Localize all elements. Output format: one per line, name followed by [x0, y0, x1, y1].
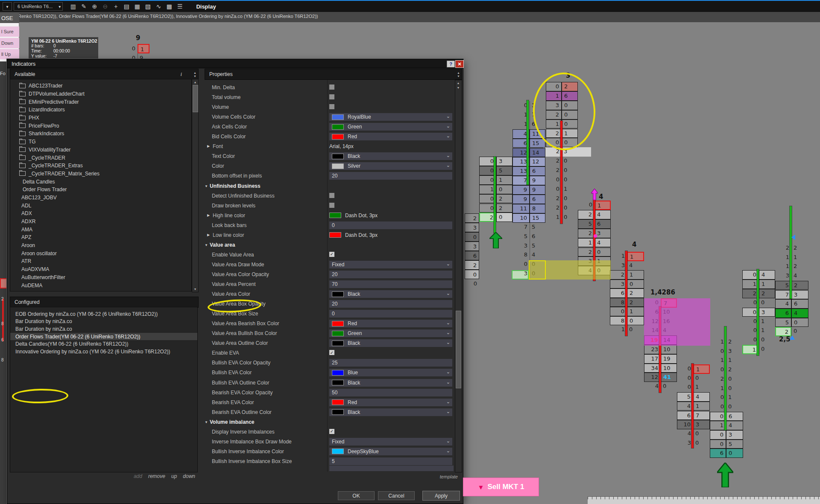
data-panel-icon[interactable]: ▦ [133, 2, 141, 11]
property-checkbox[interactable]: ✓ [329, 429, 334, 434]
property-color-select[interactable]: RoyalBlue [329, 113, 452, 121]
property-color-select[interactable]: Blue [329, 369, 452, 376]
property-select[interactable]: Fixed [329, 261, 452, 268]
chart-bars-icon[interactable]: ▥ [69, 2, 77, 11]
property-color-select[interactable]: Black [329, 152, 452, 160]
dialog-title-bar[interactable]: Indicators [7, 59, 463, 68]
expand-arrow-icon[interactable]: ▶ [207, 144, 210, 148]
ok-button[interactable]: OK [338, 491, 375, 500]
property-field[interactable]: 20 [329, 172, 452, 180]
available-item[interactable]: SharkIndicators [10, 130, 191, 138]
help-button[interactable]: ? [447, 61, 455, 67]
available-spinner[interactable]: ▲▼ [193, 71, 196, 78]
scroll-up-icon[interactable]: ▲ [193, 80, 198, 84]
property-field[interactable]: 0 [329, 310, 452, 318]
scroll-down-icon[interactable]: ▼ [193, 287, 198, 291]
page-preview-icon[interactable]: ▤ [122, 2, 131, 11]
available-item[interactable]: EMiniPredictiveTrader [10, 98, 191, 106]
available-item[interactable]: Order Flows Trader [10, 186, 191, 194]
property-field[interactable]: 5 [329, 457, 452, 465]
zoom-in-icon[interactable]: ⊕ [90, 2, 99, 11]
available-item[interactable]: Delta Candles [10, 178, 191, 186]
expand-arrow-icon[interactable]: ▶ [207, 233, 210, 237]
property-color-select[interactable]: DeepSkyBlue [329, 448, 452, 455]
histogram-icon[interactable]: ▧ [144, 2, 152, 11]
property-color-select[interactable]: Black [329, 290, 452, 298]
property-color-select[interactable]: Black [329, 379, 452, 387]
configured-item[interactable]: Bar Duration by ninZa.co [10, 325, 197, 333]
available-item[interactable]: AuButterworthFilter [10, 274, 191, 282]
collapse-arrow-icon[interactable]: ▼ [205, 420, 208, 424]
configured-list[interactable]: EOB Ordering by ninZa.co (YM 06-22 (6 Un… [10, 307, 198, 472]
down-action[interactable]: down [183, 473, 195, 479]
property-field[interactable]: 50 [329, 389, 452, 396]
property-field[interactable]: 70 [329, 280, 452, 288]
available-item[interactable]: LizardIndicators [10, 106, 191, 114]
pencil-icon[interactable]: ✎ [79, 2, 88, 11]
property-checkbox[interactable] [329, 84, 334, 90]
scroll-up-icon[interactable]: ▲ [456, 81, 461, 85]
available-item[interactable]: ADL [10, 201, 191, 210]
zigzag-icon[interactable]: ∿ [154, 2, 163, 11]
available-item[interactable]: Aroon oscillator [10, 249, 191, 257]
property-color-select[interactable]: Red [329, 399, 452, 406]
time-axis[interactable] [588, 496, 820, 504]
list-icon[interactable]: ☰ [176, 2, 184, 11]
property-color-select[interactable]: Silver [329, 162, 452, 170]
collapse-arrow-icon[interactable]: ▼ [205, 184, 208, 188]
properties-spinner[interactable]: ▲▼ [457, 71, 460, 78]
property-checkbox[interactable] [329, 203, 334, 208]
crosshair-icon[interactable]: + [111, 2, 120, 11]
available-item[interactable]: ATR [10, 257, 191, 265]
available-item[interactable]: APZ [10, 233, 191, 242]
scrollbar-thumb[interactable] [193, 85, 198, 112]
property-checkbox[interactable] [329, 94, 334, 99]
available-item[interactable]: DTPVolumeLadderChart [10, 90, 191, 98]
info-icon[interactable]: i [180, 71, 182, 78]
properties-scrollbar[interactable]: ▲ ▼ [455, 80, 462, 472]
close-button-fragment[interactable]: OSE [0, 13, 19, 23]
property-checkbox[interactable] [329, 193, 334, 198]
available-scrollbar[interactable]: ▲ ▼ [192, 79, 199, 292]
property-select[interactable]: Fixed [329, 438, 452, 446]
property-checkbox[interactable] [329, 104, 334, 109]
property-field[interactable]: 20 [329, 300, 452, 308]
close-icon[interactable]: ✕ [455, 60, 464, 68]
available-item[interactable]: _CycleTRADER_Matrix_Series [10, 170, 191, 178]
instrument-selector[interactable]: 6 UniRenko T6... ▾ [14, 2, 63, 11]
sell-mkt-button[interactable]: ▼ Sell MKT 1 [463, 478, 539, 496]
available-item[interactable]: _CycleTRADER [10, 154, 191, 162]
available-item[interactable]: ADX [10, 210, 191, 218]
property-field[interactable]: 0 [329, 221, 452, 229]
display-menu[interactable]: Display [196, 3, 216, 10]
available-item[interactable]: VIXVolatilityTrader [10, 146, 191, 154]
configured-item[interactable]: EOB Ordering by ninZa.co (YM 06-22 (6 Un… [10, 310, 197, 318]
chevron-down-icon[interactable]: ▾ [3, 2, 12, 11]
available-item[interactable]: AMA [10, 225, 191, 233]
available-item[interactable]: ABC123Trader [10, 82, 191, 90]
left-action-button[interactable]: Down [0, 38, 19, 48]
property-color-select[interactable]: Black [329, 339, 452, 347]
available-item[interactable]: TG [10, 138, 191, 146]
available-item[interactable]: _CycleTRADER_Extras [10, 162, 191, 170]
left-action-button[interactable]: l Sure [0, 26, 19, 37]
scrollbar-thumb[interactable] [456, 311, 461, 388]
configured-item[interactable]: Order Flows Trader(YM 06-22 (6 UniRenko … [10, 333, 197, 341]
configured-item[interactable]: Bar Duration by ninZa.co [10, 318, 197, 326]
available-list[interactable]: ABC123TraderDTPVolumeLadderChartEMiniPre… [10, 79, 192, 291]
available-item[interactable]: PriceFlowPro [10, 122, 191, 130]
configured-item[interactable]: Delta Candles(YM 06-22 (6 UniRenko T6R12… [10, 340, 197, 348]
remove-action[interactable]: remove [148, 473, 165, 479]
add-action[interactable]: add [134, 473, 142, 479]
property-color-select[interactable]: Black [329, 408, 452, 416]
property-color-select[interactable]: Green [329, 329, 452, 337]
expand-arrow-icon[interactable]: ▶ [207, 213, 210, 217]
property-checkbox[interactable]: ✓ [329, 350, 334, 355]
clipboard-icon[interactable]: ▩ [165, 2, 173, 11]
zoom-out-icon[interactable]: ⊖ [101, 2, 109, 11]
apply-button[interactable]: Apply [422, 491, 460, 501]
available-item[interactable]: ABC123_JOBV [10, 194, 191, 202]
available-item[interactable]: ADXR [10, 218, 191, 226]
property-checkbox[interactable]: ✓ [329, 252, 334, 257]
left-action-button[interactable]: ll Up [0, 49, 19, 59]
